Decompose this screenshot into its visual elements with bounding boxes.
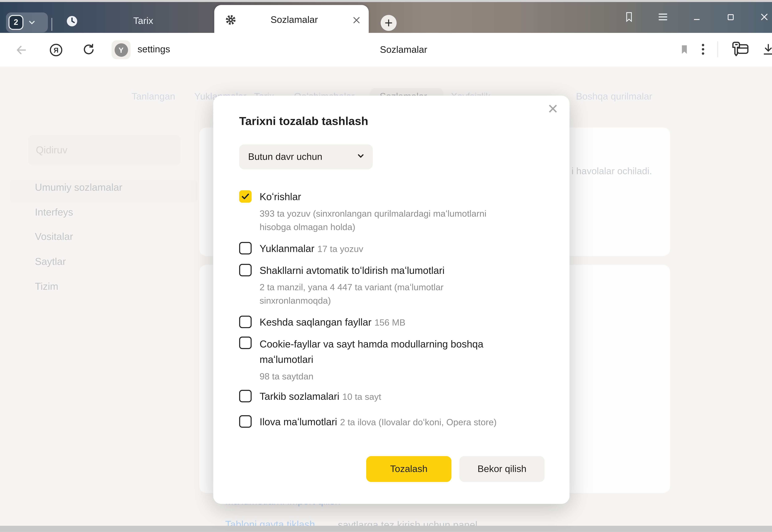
address-bar-page-title: Sozlamalar [324, 44, 484, 55]
clear-item-label: Tarkib sozlamalari10 ta sayt [259, 390, 381, 403]
clear-item-count: 10 ta sayt [342, 392, 381, 402]
clear-history-dialog: ✕ Tarixni tozalab tashlash Butun davr uc… [213, 96, 570, 504]
chevron-down-icon[interactable] [28, 18, 36, 26]
clear-item-count: 156 MB [374, 318, 405, 328]
clear-item-label: Keshda saqlangan fayllar156 MB [259, 316, 405, 329]
checkbox-cookie[interactable] [239, 337, 252, 349]
period-select-value: Butun davr uchun [248, 151, 357, 162]
window-top-border [0, 0, 772, 2]
cancel-button[interactable]: Bekor qilish [459, 456, 545, 482]
toolbar-divider [718, 41, 718, 57]
clear-item-count: 2 ta ilova (Ilovalar doʻkoni, Opera stor… [340, 417, 497, 427]
settings-favicon-glyph: Y [114, 43, 128, 56]
clear-item-label: Yuklanmalar17 ta yozuv [259, 242, 363, 255]
new-tab-button[interactable] [380, 15, 397, 31]
passwords-key-card-icon[interactable] [731, 41, 749, 57]
chevron-down-icon [357, 152, 365, 162]
tab-bar: 2 Tarix Sozlamalar [0, 2, 772, 33]
panel-bookmark-icon[interactable] [612, 11, 646, 22]
checkbox-ilova[interactable] [239, 415, 252, 428]
menu-hamburger-icon[interactable] [646, 13, 680, 21]
clear-item-label: Koʻrishlar [259, 190, 519, 203]
svg-text:Я: Я [54, 47, 58, 54]
tab-count-badge[interactable]: 2 [8, 15, 23, 30]
tab-settings-active[interactable]: Sozlamalar [214, 5, 369, 35]
window-minimize-button[interactable] [680, 13, 714, 21]
checkbox-kesh[interactable] [239, 316, 252, 328]
gear-icon [225, 15, 236, 25]
window-bottom-border [0, 526, 772, 532]
kebab-menu-icon[interactable] [702, 43, 705, 55]
back-arrow-icon[interactable] [15, 44, 27, 58]
dialog-close-icon[interactable]: ✕ [545, 101, 561, 118]
tab-close-icon[interactable] [352, 16, 361, 24]
checkbox-shakllar[interactable] [239, 264, 252, 276]
checkbox-yuklanmalar[interactable] [239, 242, 252, 254]
bookmark-icon[interactable] [680, 44, 689, 55]
tabbar-separator [51, 18, 52, 31]
history-clock-icon [66, 15, 78, 27]
tab-history-label: Tarix [78, 15, 208, 26]
clear-item-label: Ilova maʻlumotlari2 ta ilova (Ilovalar d… [259, 415, 497, 429]
yandex-browser-icon[interactable]: Я [49, 43, 63, 59]
period-select[interactable]: Butun davr uchun [239, 144, 373, 169]
address-bar-url[interactable]: settings [138, 44, 170, 55]
clear-item-row[interactable]: Yuklanmalar17 ta yozuv [239, 242, 570, 255]
download-icon[interactable] [762, 43, 772, 55]
clear-item-row[interactable]: Cookie-fayllar va sayt hamda modullarnin… [239, 337, 570, 383]
clear-item-label: Cookie-fayllar va sayt hamda modullarnin… [259, 337, 526, 367]
site-favicon[interactable]: Y [112, 40, 131, 59]
clear-item-desc: 393 ta yozuv (sinxronlangan qurilmalarda… [259, 207, 519, 234]
clear-item-row[interactable]: Tarkib sozlamalari10 ta sayt [239, 390, 570, 403]
window-maximize-button[interactable] [714, 13, 747, 21]
tab-history[interactable]: Tarix [59, 11, 208, 31]
tab-settings-label: Sozlamalar [236, 15, 352, 25]
window-close-button[interactable] [747, 13, 772, 21]
toolbar: Я Y settings Sozlamalar [0, 33, 772, 67]
tab-group-chip[interactable]: 2 [6, 12, 48, 32]
clear-button[interactable]: Tozalash [366, 456, 452, 482]
clear-item-row[interactable]: Keshda saqlangan fayllar156 MB [239, 316, 570, 329]
browser-window: 2 Tarix Sozlamalar [0, 0, 772, 532]
clear-item-desc: 2 ta manzil, yana 4 447 ta variant (maʻl… [259, 281, 479, 308]
dialog-title: Tarixni tozalab tashlash [239, 114, 570, 128]
clear-item-count: 17 ta yozuv [317, 244, 363, 254]
reload-icon[interactable] [82, 43, 95, 58]
clear-item-row[interactable]: Koʻrishlar 393 ta yozuv (sinxronlangan q… [239, 190, 570, 234]
clear-item-label: Shakllarni avtomatik toʻldirish maʻlumot… [259, 264, 479, 277]
clear-item-row[interactable]: Ilova maʻlumotlari2 ta ilova (Ilovalar d… [239, 415, 570, 429]
clear-item-row[interactable]: Shakllarni avtomatik toʻldirish maʻlumot… [239, 264, 570, 308]
checkbox-tarkib[interactable] [239, 390, 252, 402]
clear-item-desc: 98 ta saytdan [259, 370, 526, 383]
checkbox-korishlar[interactable] [239, 190, 252, 203]
